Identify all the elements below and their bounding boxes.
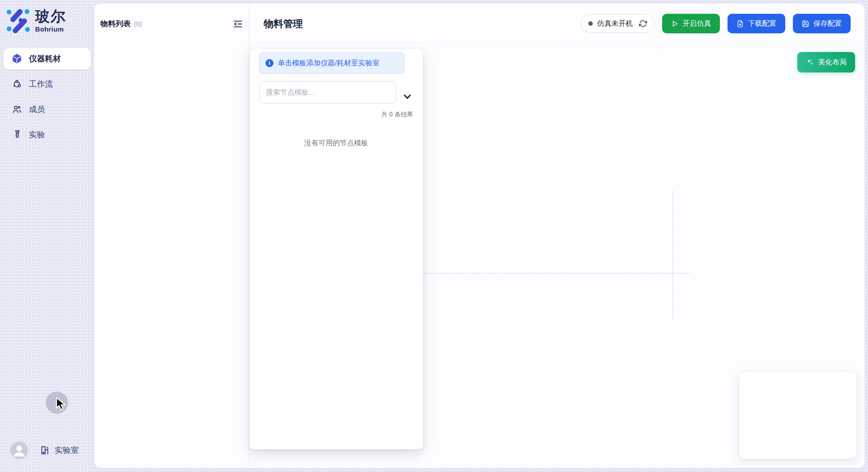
sidebar-nav: 仪器耗材 工作流 成员 <box>4 48 91 149</box>
refresh-icon <box>639 20 647 28</box>
material-list-panel: 物料列表 (0) <box>94 4 249 468</box>
experiment-icon <box>12 129 22 140</box>
refresh-status-button[interactable] <box>639 20 647 28</box>
start-simulation-button[interactable]: 开启仿真 <box>662 14 720 33</box>
templates-hint-banner: i 单击模板添加仪器/耗材至实验室 <box>259 52 404 74</box>
brand-name-zh: 玻尔 <box>35 9 66 24</box>
content-card: 物料列表 (0) 物料管理 仿真未开机 <box>94 4 864 468</box>
avatar[interactable] <box>10 441 28 459</box>
main-area: 物料管理 仿真未开机 <box>249 4 864 468</box>
sidebar-item-label: 仪器耗材 <box>29 53 61 64</box>
status-dot-icon <box>588 21 593 26</box>
bohrium-logo-icon <box>6 9 31 34</box>
simulation-status-pill[interactable]: 仿真未开机 <box>581 14 655 33</box>
chevron-down-icon <box>402 92 412 101</box>
cube-icon <box>12 53 22 64</box>
empty-templates-message: 没有可用的节点模板 <box>249 139 423 148</box>
sidebar-item-experiments[interactable]: 实验 <box>4 124 91 145</box>
sidebar-footer-label: 实验室 <box>55 445 79 456</box>
save-config-button[interactable]: 保存配置 <box>793 14 851 33</box>
sidebar-item-label: 工作流 <box>29 79 53 89</box>
material-list-title: 物料列表 <box>100 19 131 29</box>
expand-filter-button[interactable] <box>402 92 412 101</box>
lab-building-icon <box>39 444 51 456</box>
save-icon <box>802 20 809 28</box>
flow-canvas[interactable]: i 单击模板添加仪器/耗材至实验室 共 0 条结果 没有可用的节点模板 <box>249 44 864 468</box>
sparkles-icon <box>806 58 814 67</box>
page-header: 物料管理 仿真未开机 <box>249 4 864 44</box>
save-config-label: 保存配置 <box>813 19 842 28</box>
header-actions: 仿真未开机 开启仿真 <box>581 14 851 33</box>
sidebar-item-label: 成员 <box>29 104 45 115</box>
simulation-status-label: 仿真未开机 <box>597 19 633 28</box>
menu-fold-icon <box>233 19 243 29</box>
download-config-label: 下载配置 <box>748 19 776 28</box>
sidebar-item-laboratory[interactable]: 实验室 <box>39 444 79 456</box>
node-templates-panel: i 单击模板添加仪器/耗材至实验室 共 0 条结果 没有可用的节点模板 <box>249 49 423 449</box>
beautify-layout-label: 美化布局 <box>818 58 847 67</box>
brand: 玻尔 Bohrium <box>6 9 66 34</box>
result-count: 共 0 条结果 <box>381 111 413 119</box>
brand-name-en: Bohrium <box>35 25 66 33</box>
mouse-cursor-icon <box>55 397 67 412</box>
beautify-layout-button[interactable]: 美化布局 <box>797 52 855 72</box>
info-icon: i <box>265 59 273 67</box>
members-icon <box>12 104 22 115</box>
sidebar-item-workflow[interactable]: 工作流 <box>4 73 91 95</box>
avatar-placeholder-icon <box>10 441 28 459</box>
start-simulation-label: 开启仿真 <box>683 19 711 28</box>
sidebar-item-instruments[interactable]: 仪器耗材 <box>4 48 91 69</box>
canvas-guide-vertical <box>672 190 673 319</box>
sidebar-footer: 实验室 <box>0 441 94 459</box>
brand-text: 玻尔 Bohrium <box>35 9 66 33</box>
file-download-icon <box>736 20 744 28</box>
sidebar-item-label: 实验 <box>29 129 45 140</box>
material-list-header: 物料列表 (0) <box>100 19 243 29</box>
search-templates-input[interactable] <box>259 81 396 104</box>
material-list-count: (0) <box>134 20 142 28</box>
workflow-icon <box>12 79 22 89</box>
canvas-guide-horizontal <box>425 273 690 274</box>
page-title: 物料管理 <box>264 17 303 31</box>
app-window: 玻尔 Bohrium 仪器耗材 工作流 <box>0 0 868 472</box>
play-icon <box>671 20 679 28</box>
minimap[interactable] <box>739 372 857 459</box>
collapse-panel-button[interactable] <box>233 19 243 29</box>
sidebar: 玻尔 Bohrium 仪器耗材 工作流 <box>0 0 94 472</box>
sidebar-item-members[interactable]: 成员 <box>4 99 91 120</box>
templates-hint-text: 单击模板添加仪器/耗材至实验室 <box>278 59 379 68</box>
download-config-button[interactable]: 下载配置 <box>727 14 785 33</box>
